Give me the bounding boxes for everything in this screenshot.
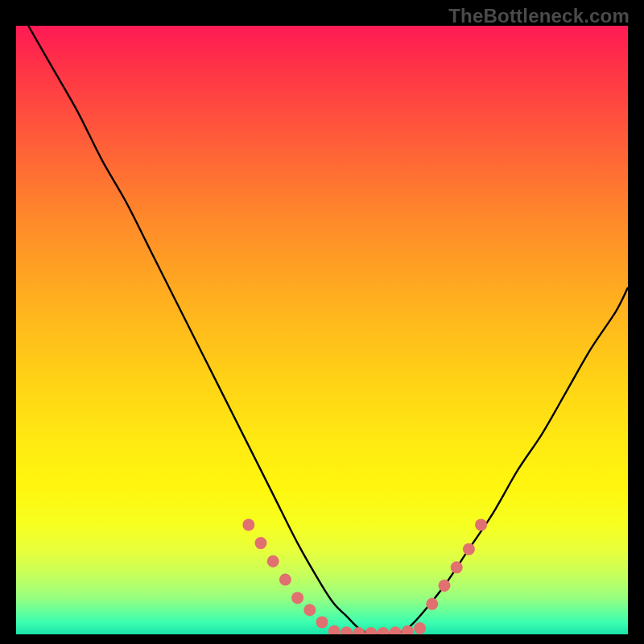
highlight-dot [303, 604, 316, 616]
chart-svg [16, 26, 628, 634]
watermark-text: TheBottleneck.com [448, 5, 630, 27]
plot-area [16, 26, 628, 634]
highlight-dot [426, 598, 438, 610]
highlight-dot [365, 627, 377, 634]
highlight-dot [279, 573, 291, 585]
highlight-dot [463, 543, 475, 555]
highlight-dot [390, 626, 402, 634]
highlight-dot [475, 518, 487, 530]
highlight-dot [353, 627, 365, 634]
highlight-dot [328, 625, 341, 634]
highlight-dot [402, 625, 414, 634]
highlight-dot [414, 622, 426, 634]
chart-frame: TheBottleneck.com [0, 0, 644, 644]
highlight-dot [267, 555, 279, 568]
highlight-dot [439, 580, 451, 592]
highlight-dot [378, 627, 390, 634]
highlight-dot [316, 616, 328, 628]
highlight-dot [341, 626, 353, 634]
bottleneck-curve [28, 26, 628, 634]
highlight-dot [242, 518, 254, 530]
highlight-dot [291, 592, 303, 604]
highlight-dot [255, 537, 267, 549]
highlight-dot [451, 561, 463, 573]
